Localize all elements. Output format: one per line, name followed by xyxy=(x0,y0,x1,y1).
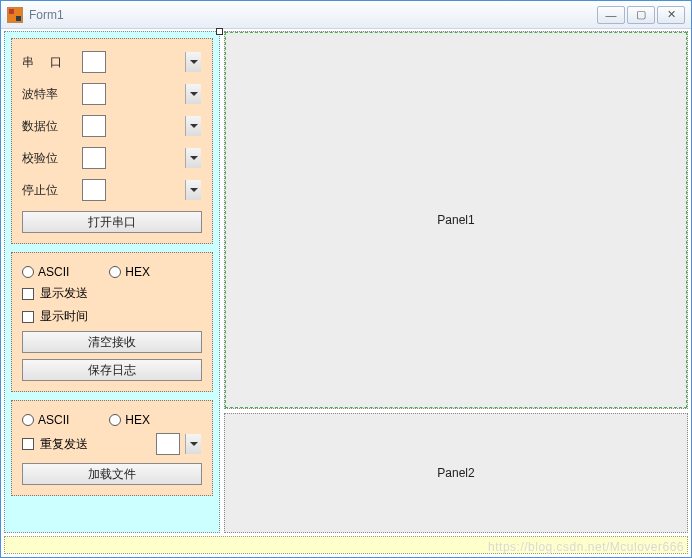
close-button[interactable]: ✕ xyxy=(657,6,685,24)
titlebar: Form1 — ▢ ✕ xyxy=(1,1,691,29)
send-hex-label: HEX xyxy=(125,413,150,427)
data-label: 数据位 xyxy=(22,118,74,135)
chevron-down-icon xyxy=(185,52,201,72)
recv-hex-label: HEX xyxy=(125,265,150,279)
chevron-down-icon xyxy=(185,116,201,136)
app-icon xyxy=(7,7,23,23)
chevron-down-icon xyxy=(185,148,201,168)
send-options-group: ASCII HEX 重复发送 xyxy=(11,400,213,496)
window-title: Form1 xyxy=(29,8,64,22)
chevron-down-icon xyxy=(185,84,201,104)
parity-combo[interactable] xyxy=(82,147,106,169)
panel2-label: Panel2 xyxy=(437,466,474,480)
recv-hex-radio[interactable] xyxy=(109,266,121,278)
show-send-checkbox[interactable] xyxy=(22,288,34,300)
panel1: Panel1 xyxy=(224,31,688,409)
repeat-send-label: 重复发送 xyxy=(40,436,88,453)
stop-label: 停止位 xyxy=(22,182,74,199)
open-port-button[interactable]: 打开串口 xyxy=(22,211,202,233)
baud-combo[interactable] xyxy=(82,83,106,105)
resize-handle[interactable] xyxy=(216,28,223,35)
recv-ascii-radio[interactable] xyxy=(22,266,34,278)
clear-recv-button[interactable]: 清空接收 xyxy=(22,331,202,353)
load-file-button[interactable]: 加载文件 xyxy=(22,463,202,485)
chevron-down-icon xyxy=(185,434,201,454)
parity-label: 校验位 xyxy=(22,150,74,167)
send-hex-radio[interactable] xyxy=(109,414,121,426)
maximize-button[interactable]: ▢ xyxy=(627,6,655,24)
panel2: Panel2 xyxy=(224,413,688,533)
left-panel: 串 口 波特率 数据位 xyxy=(4,31,220,533)
show-send-label: 显示发送 xyxy=(40,285,88,302)
serial-settings-group: 串 口 波特率 数据位 xyxy=(11,38,213,244)
bottom-strip xyxy=(4,536,688,554)
right-panel: Panel1 Panel2 xyxy=(224,31,688,533)
chevron-down-icon xyxy=(185,180,201,200)
minimize-button[interactable]: — xyxy=(597,6,625,24)
send-ascii-radio[interactable] xyxy=(22,414,34,426)
baud-label: 波特率 xyxy=(22,86,74,103)
save-log-button[interactable]: 保存日志 xyxy=(22,359,202,381)
recv-ascii-label: ASCII xyxy=(38,265,69,279)
panel1-label: Panel1 xyxy=(437,213,474,227)
form-window: Form1 — ▢ ✕ 串 口 波特率 xyxy=(0,0,692,558)
show-time-checkbox[interactable] xyxy=(22,311,34,323)
data-combo[interactable] xyxy=(82,115,106,137)
client-area: 串 口 波特率 数据位 xyxy=(1,29,691,557)
send-ascii-label: ASCII xyxy=(38,413,69,427)
port-combo[interactable] xyxy=(82,51,106,73)
repeat-send-checkbox[interactable] xyxy=(22,438,34,450)
show-time-label: 显示时间 xyxy=(40,308,88,325)
port-label: 串 口 xyxy=(22,54,74,71)
recv-options-group: ASCII HEX 显示发送 显示时间 xyxy=(11,252,213,392)
repeat-interval-combo[interactable] xyxy=(156,433,180,455)
stop-combo[interactable] xyxy=(82,179,106,201)
